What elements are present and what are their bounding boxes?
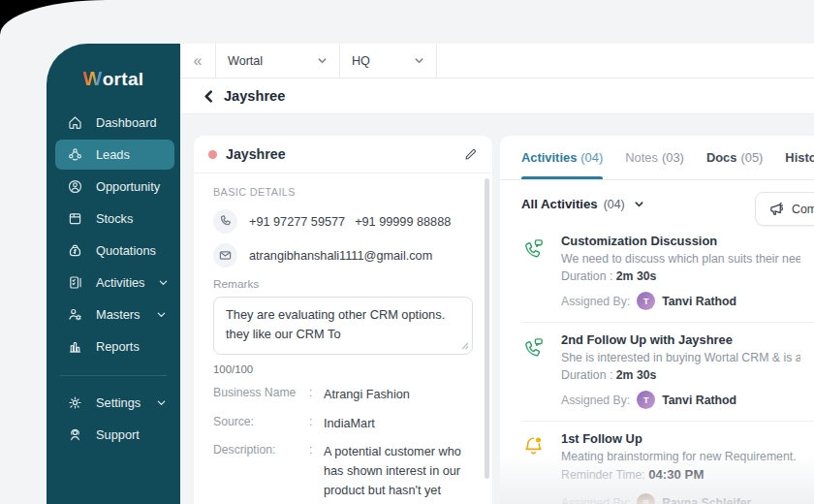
avatar: R (637, 493, 655, 504)
activity-title: Customization Discussion (561, 234, 800, 248)
tab-count: (03) (662, 150, 684, 165)
activity-subtitle: We need to discuss which plan suits thei… (561, 252, 800, 266)
remarks-label: Remarks (213, 277, 473, 291)
activity-list: Customization Discussion We need to disc… (500, 224, 814, 504)
tab-label: Docs (706, 150, 737, 165)
sidebar-item-quotations[interactable]: Quotations (55, 236, 174, 266)
sidebar-item-reports[interactable]: Reports (55, 331, 174, 362)
sidebar-divider (60, 375, 167, 376)
communication-button[interactable]: Communication (755, 192, 814, 226)
lead-status-dot (208, 150, 217, 159)
field-label: Source: (213, 415, 303, 434)
sidebar-item-leads[interactable]: Leads (55, 140, 174, 170)
quotations-icon (67, 242, 83, 259)
chevron-down-icon (414, 55, 424, 66)
reminder-time-label: Reminder Time: (561, 468, 648, 482)
phone-icon (213, 209, 237, 234)
activity-reminder-time: Reminder Time: 04:30 PM (561, 467, 800, 482)
activity-content: 2nd Follow Up with Jayshree She is inter… (561, 332, 800, 409)
chevron-down-icon (317, 55, 328, 66)
phone-number-1: +91 97277 59577 (249, 215, 345, 229)
back-button[interactable] (203, 90, 215, 103)
duration-label: Duration : (561, 368, 616, 382)
field-colon: : (309, 443, 318, 504)
sidebar-item-support[interactable]: Support (55, 420, 174, 450)
branch-value: HQ (352, 54, 370, 68)
remarks-char-counter: 100/100 (213, 363, 473, 375)
lead-detail-card: Jayshree BASIC DETAILS +91 97277 59577 +… (194, 136, 492, 504)
logo-text: ortal (103, 69, 144, 89)
assignee-name: Tanvi Rathod (662, 394, 736, 407)
activity-duration: Duration : 2m 30s (561, 269, 800, 283)
home-icon (67, 114, 83, 131)
tab-docs[interactable]: Docs (05) (706, 136, 763, 179)
tab-label: History (785, 150, 814, 165)
leads-icon (67, 146, 83, 163)
all-activities-filter[interactable]: All Activities (521, 197, 598, 211)
activity-tabs: Activities (04) Notes (03) Docs (05) His… (500, 136, 814, 180)
collapse-sidebar-button[interactable]: « (180, 44, 216, 78)
sidebar-item-dashboard[interactable]: Dashboard (55, 108, 174, 138)
sidebar-item-label: Masters (96, 307, 141, 322)
workspace-value: Wortal (228, 54, 263, 68)
workspace-select[interactable]: Wortal (216, 44, 340, 78)
chevron-down-icon (156, 397, 167, 408)
activity-content: 1st Follow Up Meating brainstorming for … (561, 431, 800, 504)
sidebar-item-activities[interactable]: Activities (55, 268, 174, 298)
sidebar-item-label: Settings (96, 395, 141, 410)
remarks-field-wrap: They are evaluating other CRM options. t… (213, 297, 473, 359)
sidebar-item-settings[interactable]: Settings (55, 388, 174, 418)
remarks-input[interactable]: They are evaluating other CRM options. t… (213, 297, 473, 355)
activity-filter-row: All Activities (04) Communication (500, 180, 814, 224)
field-label: Description: (213, 443, 303, 504)
activity-subtitle: Meating brainstorming for new Requiremen… (561, 450, 800, 463)
field-value: IndiaMart (324, 415, 473, 434)
tab-activities[interactable]: Activities (04) (521, 136, 603, 179)
top-bar: « Wortal HQ (180, 44, 814, 79)
app-window: Wortal Dashboard Leads Opportunity Stock… (0, 0, 814, 504)
assignee-name: Rayna Schleifer (662, 496, 751, 504)
tab-count: (05) (740, 150, 763, 165)
activity-title: 1st Follow Up (561, 431, 800, 446)
phone-number-2: +91 99999 88888 (355, 215, 451, 229)
field-label: Business Name (213, 386, 303, 405)
logo-letter: W (83, 67, 103, 89)
activities-icon (67, 274, 83, 291)
lead-card-body: BASIC DETAILS +91 97277 59577 +91 99999 … (194, 173, 492, 504)
activity-duration: Duration : 2m 30s (561, 368, 800, 382)
duration-label: Duration : (561, 269, 616, 283)
communication-button-label: Communication (792, 203, 814, 216)
chevron-down-icon (156, 309, 167, 320)
lead-card-header: Jayshree (194, 136, 492, 173)
sidebar-item-opportunity[interactable]: Opportunity (55, 172, 174, 202)
chevrons-left-icon: « (194, 52, 203, 70)
resize-grip-icon[interactable] (461, 336, 469, 354)
activity-item-1st-follow-up[interactable]: 1st Follow Up Meating brainstorming for … (521, 422, 814, 504)
assignee-name: Tanvi Rathod (662, 295, 736, 308)
tab-history[interactable]: History (04) (785, 136, 814, 179)
sidebar-item-masters[interactable]: Masters (55, 299, 174, 330)
assigned-by-label: Assigned By: (561, 394, 630, 407)
tab-label: Notes (625, 150, 658, 165)
branch-select[interactable]: HQ (340, 44, 437, 78)
lead-card-scrollbar[interactable] (485, 178, 489, 479)
call-icon (521, 234, 548, 310)
sidebar-item-stocks[interactable]: Stocks (55, 204, 174, 234)
tab-notes[interactable]: Notes (03) (625, 136, 684, 179)
field-colon: : (309, 415, 318, 434)
reminder-time-value: 04:30 PM (648, 467, 704, 482)
avatar: T (637, 391, 655, 409)
pencil-icon (463, 147, 478, 162)
activity-title: 2nd Follow Up with Jayshree (561, 332, 800, 347)
stocks-icon (67, 210, 83, 227)
envelope-icon (213, 243, 237, 268)
page-title: Jayshree (224, 88, 285, 104)
activity-item-customization-discussion[interactable]: Customization Discussion We need to disc… (521, 224, 814, 323)
phone-row: +91 97277 59577 +91 99999 88888 (213, 209, 473, 234)
activity-item-2nd-follow-up[interactable]: 2nd Follow Up with Jayshree She is inter… (521, 323, 814, 422)
wortal-logo: Wortal (47, 67, 180, 90)
edit-lead-button[interactable] (463, 147, 478, 162)
avatar: T (637, 292, 655, 310)
megaphone-icon (769, 202, 784, 216)
chevron-down-icon[interactable] (634, 199, 644, 209)
